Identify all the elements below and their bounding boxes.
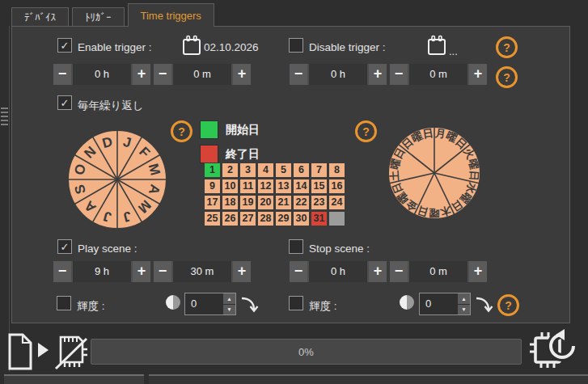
stop-scene-label: Stop scene : bbox=[309, 243, 370, 255]
help-icon-month-wheel[interactable]: ? bbox=[171, 120, 192, 142]
stop-minutes-stepper: − 0 m + bbox=[390, 261, 487, 282]
calendar-day[interactable]: 29 bbox=[275, 211, 292, 226]
calendar-day[interactable]: 31 bbox=[311, 211, 328, 226]
disable-hours-minus-button[interactable]: − bbox=[290, 64, 307, 85]
disable-hours-plus-button[interactable]: + bbox=[369, 64, 387, 85]
play-hours-plus-button[interactable]: + bbox=[133, 261, 150, 282]
calendar-day[interactable]: 26 bbox=[222, 211, 239, 226]
reload-chip-button[interactable] bbox=[526, 328, 579, 375]
repeat-yearly-checkbox[interactable]: ✓ bbox=[57, 95, 72, 110]
enable-trigger-label: Enable trigger : bbox=[78, 41, 152, 53]
calendar-day[interactable]: 12 bbox=[257, 179, 274, 194]
bottom-panel-left bbox=[4, 374, 144, 384]
tab-bar: ﾃﾞﾊﾞｲｽ ﾄﾘｶﾞｰ Time triggers bbox=[11, 4, 214, 26]
stop-brightness-value: 0 bbox=[420, 293, 458, 314]
stop-brightness-label: 輝度 : bbox=[309, 299, 337, 314]
month-wheel[interactable]: JFMAMJJASOND bbox=[66, 129, 168, 230]
help-icon-disable[interactable]: ? bbox=[496, 66, 518, 88]
stop-brightness-spinbox[interactable]: 0 ▲ ▼ bbox=[419, 293, 471, 315]
calendar-day[interactable]: 6 bbox=[293, 162, 310, 178]
enable-date-calendar-icon[interactable] bbox=[181, 35, 202, 57]
calendar-day[interactable]: 27 bbox=[239, 211, 256, 226]
tab-devices[interactable]: ﾃﾞﾊﾞｲｽ bbox=[11, 7, 69, 26]
stop-hours-stepper: − 0 h + bbox=[290, 261, 387, 282]
help-icon-enable[interactable]: ? bbox=[496, 36, 518, 58]
calendar-day[interactable]: 8 bbox=[328, 162, 345, 178]
enable-hours-value: 0 h bbox=[73, 64, 131, 85]
tab-triggers[interactable]: ﾄﾘｶﾞｰ bbox=[72, 7, 125, 26]
new-file-button[interactable] bbox=[6, 333, 34, 370]
play-scene-checkbox[interactable]: ✓ bbox=[57, 239, 72, 254]
calendar-day[interactable]: 11 bbox=[239, 179, 256, 194]
calendar-grid: 1234567891011121314151617181920212223242… bbox=[204, 162, 345, 226]
play-brightness-down-button[interactable]: ▼ bbox=[223, 305, 235, 315]
calendar-empty-cell bbox=[328, 211, 345, 226]
stop-brightness-up-button[interactable]: ▲ bbox=[458, 293, 470, 304]
play-minutes-minus-button[interactable]: − bbox=[154, 261, 171, 282]
enable-hours-minus-button[interactable]: − bbox=[53, 64, 71, 85]
enable-trigger-checkbox[interactable]: ✓ bbox=[57, 38, 72, 53]
calendar-day[interactable]: 10 bbox=[222, 179, 239, 194]
play-hours-minus-button[interactable]: − bbox=[53, 261, 71, 282]
enable-minutes-minus-button[interactable]: − bbox=[154, 64, 171, 85]
disable-trigger-checkbox[interactable] bbox=[289, 38, 303, 53]
stop-minutes-minus-button[interactable]: − bbox=[390, 261, 408, 282]
calendar-day[interactable]: 1 bbox=[204, 162, 221, 178]
stop-brightness-down-button[interactable]: ▼ bbox=[458, 305, 470, 315]
disable-date-calendar-icon[interactable] bbox=[426, 35, 447, 57]
calendar-day[interactable]: 3 bbox=[239, 162, 256, 178]
play-hours-stepper: − 9 h + bbox=[53, 261, 150, 282]
splitter-grip[interactable] bbox=[1, 108, 8, 128]
play-brightness-spinbox[interactable]: 0 ▲ ▼ bbox=[184, 293, 236, 315]
calendar-day[interactable]: 21 bbox=[275, 195, 292, 210]
play-minutes-value: 30 m bbox=[173, 261, 231, 282]
calendar-day[interactable]: 2 bbox=[222, 162, 239, 178]
play-brightness-up-button[interactable]: ▲ bbox=[223, 293, 235, 304]
write-chip-disabled-button[interactable] bbox=[53, 331, 89, 372]
weekday-wheel[interactable]: 月曜日火曜日水曜日木曜日金曜日土曜日日曜日 bbox=[386, 124, 483, 222]
calendar-day[interactable]: 9 bbox=[204, 179, 221, 194]
disable-minutes-minus-button[interactable]: − bbox=[390, 64, 408, 85]
play-scene-label: Play scene : bbox=[78, 243, 137, 255]
calendar-day[interactable]: 23 bbox=[311, 195, 328, 210]
bottom-panel-right bbox=[149, 374, 588, 384]
calendar-day[interactable]: 14 bbox=[293, 179, 310, 194]
calendar-day[interactable]: 7 bbox=[311, 162, 328, 178]
calendar-day[interactable]: 17 bbox=[204, 195, 221, 210]
calendar-day[interactable]: 16 bbox=[328, 179, 345, 194]
stop-minutes-plus-button[interactable]: + bbox=[469, 261, 487, 282]
play-minutes-plus-button[interactable]: + bbox=[233, 261, 251, 282]
calendar-day[interactable]: 4 bbox=[257, 162, 274, 178]
calendar-day[interactable]: 25 bbox=[204, 211, 221, 226]
help-icon-scene[interactable]: ? bbox=[497, 294, 519, 316]
calendar-day[interactable]: 28 bbox=[257, 211, 274, 226]
calendar-day[interactable]: 18 bbox=[222, 195, 239, 210]
enable-hours-plus-button[interactable]: + bbox=[133, 64, 150, 85]
play-brightness-checkbox[interactable] bbox=[57, 296, 71, 310]
stop-hours-value: 0 h bbox=[309, 261, 367, 282]
stop-brightness-checkbox[interactable] bbox=[289, 296, 303, 310]
tab-time-triggers[interactable]: Time triggers bbox=[128, 3, 214, 27]
play-minutes-stepper: − 30 m + bbox=[154, 261, 251, 282]
disable-minutes-plus-button[interactable]: + bbox=[469, 64, 487, 85]
enable-minutes-plus-button[interactable]: + bbox=[233, 64, 251, 85]
enable-date-value[interactable]: 02.10.2026 bbox=[204, 41, 259, 53]
calendar-day[interactable]: 19 bbox=[239, 195, 256, 210]
calendar-day[interactable]: 30 bbox=[293, 211, 310, 226]
calendar-day[interactable]: 20 bbox=[257, 195, 274, 210]
calendar-day[interactable]: 13 bbox=[275, 179, 292, 194]
stop-hours-minus-button[interactable]: − bbox=[290, 261, 307, 282]
help-icon-calendar[interactable]: ? bbox=[355, 120, 377, 142]
stop-scene-checkbox[interactable] bbox=[289, 239, 303, 254]
calendar-day[interactable]: 5 bbox=[275, 162, 292, 178]
stop-hours-plus-button[interactable]: + bbox=[369, 261, 387, 282]
calendar-day[interactable]: 24 bbox=[328, 195, 345, 210]
play-brightness-apply-arrow-icon bbox=[239, 294, 260, 314]
stop-brightness-contrast-icon bbox=[399, 294, 415, 310]
disable-minutes-stepper: − 0 m + bbox=[390, 64, 487, 85]
disable-date-value[interactable]: ... bbox=[449, 45, 458, 57]
calendar-day[interactable]: 15 bbox=[311, 179, 328, 194]
stop-brightness-apply-arrow-icon bbox=[474, 294, 495, 314]
calendar-day[interactable]: 22 bbox=[293, 195, 310, 210]
end-day-label: 終了日 bbox=[226, 147, 260, 162]
